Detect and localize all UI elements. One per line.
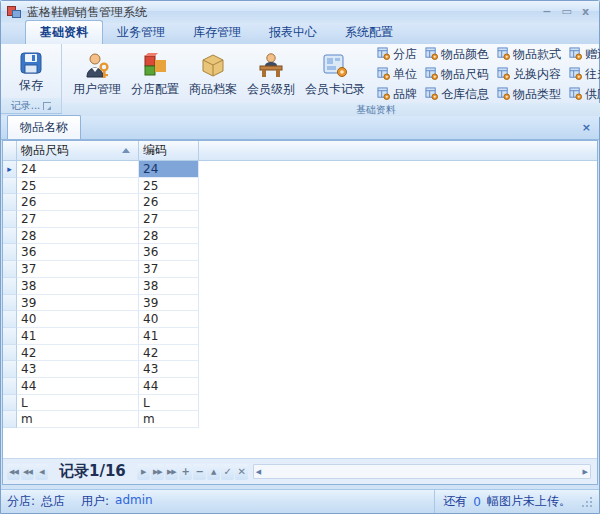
table-row[interactable]: 3636 [3, 244, 597, 261]
prior-record-button[interactable]: ◀ [35, 464, 48, 480]
table-row[interactable]: 2828 [3, 228, 597, 245]
grid-cell[interactable]: 39 [139, 295, 199, 312]
grid-cell[interactable]: 43 [139, 361, 199, 378]
table-row[interactable]: 4242 [3, 345, 597, 362]
grid-cell[interactable]: 44 [17, 378, 139, 395]
small-item-分店[interactable]: 分店 [374, 46, 420, 63]
会员卡记录-button[interactable]: 会员卡记录 [300, 46, 370, 103]
post-edit-button[interactable]: ✓ [221, 464, 234, 480]
append-record-button[interactable]: + [179, 464, 192, 480]
document-close-icon[interactable]: × [582, 121, 591, 134]
row-indicator [3, 311, 17, 328]
small-item-供应商[interactable]: 供应商 [566, 86, 600, 103]
grid-cell[interactable]: 27 [139, 211, 199, 228]
grid-cell[interactable]: L [139, 395, 199, 412]
cancel-edit-button[interactable]: ✕ [235, 464, 248, 480]
ribbon-tab-0[interactable]: 基础资料 [25, 20, 103, 44]
save-button[interactable]: 保存 [3, 46, 59, 98]
table-row[interactable]: 4141 [3, 328, 597, 345]
column-header-1[interactable]: 编码 [139, 141, 199, 160]
table-row[interactable]: LL [3, 395, 597, 412]
row-indicator [3, 178, 17, 195]
ribbon-tab-3[interactable]: 报表中心 [255, 21, 331, 44]
grid-cell[interactable]: 42 [17, 345, 139, 362]
grid-cell[interactable]: 42 [139, 345, 199, 362]
ribbon-tab-4[interactable]: 系统配置 [331, 21, 407, 44]
grid-cell[interactable]: 38 [17, 278, 139, 295]
dialog-launcher-icon[interactable] [43, 102, 51, 110]
table-row[interactable]: 2727 [3, 211, 597, 228]
form-gear-icon [497, 67, 510, 83]
resize-grip-icon[interactable] [581, 496, 593, 508]
close-icon[interactable]: x [582, 6, 589, 18]
grid-cell[interactable]: m [139, 411, 199, 428]
grid-cell[interactable]: 44 [139, 378, 199, 395]
small-item-品牌[interactable]: 品牌 [374, 86, 420, 103]
grid-cell[interactable]: 37 [139, 261, 199, 278]
会员级别-button[interactable]: 会员级别 [242, 46, 300, 103]
maximize-icon[interactable]: ▭ [561, 6, 571, 18]
last-record-button[interactable]: ▶▶ [165, 464, 178, 480]
small-item-物品类型[interactable]: 物品类型 [494, 86, 564, 103]
small-item-仓库信息[interactable]: 仓库信息 [422, 86, 492, 103]
grid-cell[interactable]: 28 [139, 228, 199, 245]
table-row[interactable]: 3939 [3, 295, 597, 312]
user-value: admin [115, 493, 153, 510]
scroll-right-icon[interactable]: ▶ [583, 468, 588, 476]
商品档案-button[interactable]: 商品档案 [184, 46, 242, 103]
upload-count: 0 [473, 495, 481, 509]
edit-record-button[interactable]: ▲ [207, 464, 220, 480]
minimize-icon[interactable]: − [542, 6, 551, 18]
column-header-0[interactable]: 物品尺码 [17, 141, 139, 160]
grid-cell[interactable]: 26 [17, 194, 139, 211]
分店配置-button[interactable]: 分店配置 [126, 46, 184, 103]
grid-cell[interactable]: 37 [17, 261, 139, 278]
table-row[interactable]: ▸2424 [3, 161, 597, 178]
table-row[interactable]: 4444 [3, 378, 597, 395]
delete-record-button[interactable]: − [193, 464, 206, 480]
grid-cell[interactable]: 36 [139, 244, 199, 261]
grid-cell[interactable]: 43 [17, 361, 139, 378]
grid-cell[interactable]: 41 [139, 328, 199, 345]
scroll-left-icon[interactable]: ◀ [256, 468, 261, 476]
small-item-物品款式[interactable]: 物品款式 [494, 46, 564, 63]
grid-cell[interactable]: 39 [17, 295, 139, 312]
ribbon-tab-2[interactable]: 库存管理 [179, 21, 255, 44]
grid-cell[interactable]: 26 [139, 194, 199, 211]
table-row[interactable]: 2626 [3, 194, 597, 211]
small-item-兑换内容[interactable]: 兑换内容 [494, 66, 564, 83]
用户管理-button[interactable]: 用户管理 [68, 46, 126, 103]
small-item-往来单位[interactable]: 往来单位 [566, 66, 600, 83]
grid-cell[interactable]: 27 [17, 211, 139, 228]
grid-cell[interactable]: 38 [139, 278, 199, 295]
table-row[interactable]: 3737 [3, 261, 597, 278]
grid-cell[interactable]: 28 [17, 228, 139, 245]
first-record-button[interactable]: ◀◀ [7, 464, 20, 480]
grid-cell[interactable]: m [17, 411, 139, 428]
grid-cell[interactable]: 36 [17, 244, 139, 261]
table-row[interactable]: 2525 [3, 178, 597, 195]
prior-page-button[interactable]: ◀◀ [21, 464, 34, 480]
small-item-单位[interactable]: 单位 [374, 66, 420, 83]
table-row[interactable]: mm [3, 411, 597, 428]
grid-cell[interactable]: 40 [17, 311, 139, 328]
small-item-赠送金额[interactable]: 赠送金额 [566, 46, 600, 63]
small-item-物品颜色[interactable]: 物品颜色 [422, 46, 492, 63]
horizontal-scrollbar[interactable]: ◀ ▶ [253, 464, 591, 479]
table-row[interactable]: 3838 [3, 278, 597, 295]
next-page-button[interactable]: ▶▶ [151, 464, 164, 480]
document-tab-item-name[interactable]: 物品名称 [7, 115, 81, 139]
grid-cell[interactable]: 40 [139, 311, 199, 328]
grid-cell[interactable]: 24 [17, 161, 139, 178]
grid-cell[interactable]: 41 [17, 328, 139, 345]
table-row[interactable]: 4343 [3, 361, 597, 378]
store-config-icon [141, 51, 169, 79]
small-item-物品尺码[interactable]: 物品尺码 [422, 66, 492, 83]
ribbon-tab-1[interactable]: 业务管理 [103, 21, 179, 44]
next-record-button[interactable]: ▶ [137, 464, 150, 480]
table-row[interactable]: 4040 [3, 311, 597, 328]
grid-cell[interactable]: 24 [139, 161, 199, 178]
grid-cell[interactable]: 25 [17, 178, 139, 195]
grid-cell[interactable]: 25 [139, 178, 199, 195]
grid-cell[interactable]: L [17, 395, 139, 412]
